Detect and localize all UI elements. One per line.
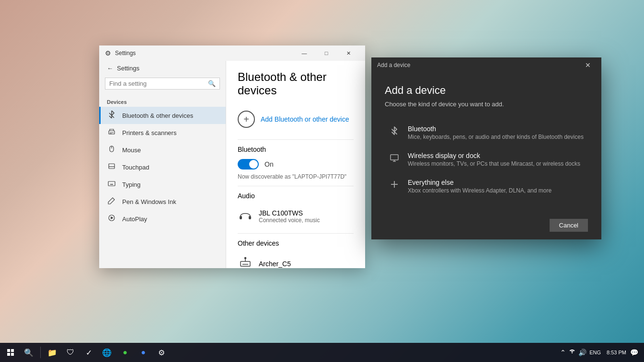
sidebar-item-mouse[interactable]: Mouse xyxy=(99,141,226,158)
taskbar-explorer-icon[interactable]: 📁 xyxy=(44,344,61,361)
sidebar-item-mouse-label: Mouse xyxy=(122,147,141,154)
taskbar-check-icon[interactable]: ✓ xyxy=(80,344,97,361)
sidebar-back-button[interactable]: ← Settings xyxy=(99,61,226,76)
back-arrow-icon: ← xyxy=(107,65,113,72)
maximize-button[interactable]: □ xyxy=(315,45,337,61)
dialog-footer: Cancel xyxy=(371,211,601,239)
minimize-button[interactable]: — xyxy=(293,45,315,61)
close-button[interactable]: ✕ xyxy=(337,45,359,61)
sidebar-item-autoplay-label: AutoPlay xyxy=(122,215,147,223)
sidebar-item-bluetooth[interactable]: Bluetooth & other devices xyxy=(99,107,226,124)
svg-rect-23 xyxy=(7,349,10,352)
page-title: Bluetooth & other devices xyxy=(238,70,354,97)
audio-device-name: JBL C100TWS xyxy=(259,209,354,217)
svg-rect-13 xyxy=(249,216,251,219)
other-devices-heading: Other devices xyxy=(238,239,354,247)
language-indicator: ENG xyxy=(589,350,601,355)
bluetooth-toggle[interactable] xyxy=(238,159,259,170)
settings-sidebar: ← Settings 🔍 Devices Bluetooth & other d… xyxy=(99,61,226,268)
svg-rect-24 xyxy=(11,349,14,352)
divider-1 xyxy=(238,139,354,140)
settings-content: Bluetooth & other devices + Add Bluetoot… xyxy=(226,61,365,268)
add-device-button[interactable]: + Add Bluetooth or other device xyxy=(238,107,354,132)
audio-device-item: JBL C100TWS Connected voice, music xyxy=(238,205,354,227)
sidebar-section-label: Devices xyxy=(99,95,226,107)
dialog-option-everything-info: Everything else Xbox controllers with Wi… xyxy=(408,179,552,194)
taskbar-blue-icon[interactable]: ● xyxy=(135,344,152,361)
network-icon[interactable] xyxy=(569,349,575,357)
discoverable-text: Now discoverable as "LAPTOP-JPI7T77D" xyxy=(238,173,354,180)
dialog-option-wireless-display[interactable]: Wireless display or dock Wireless monito… xyxy=(385,146,588,173)
volume-icon[interactable]: 🔊 xyxy=(578,349,586,356)
sidebar-item-printers-label: Printers & scanners xyxy=(122,129,176,136)
divider-3 xyxy=(238,233,354,234)
bluetooth-option-desc: Mice, keyboards, pens, or audio and othe… xyxy=(408,134,584,140)
dialog-heading: Add a device xyxy=(385,84,588,97)
taskbar-settings-icon[interactable]: ⚙ xyxy=(153,344,170,361)
autoplay-nav-icon xyxy=(107,214,116,224)
sidebar-item-typing-label: Typing xyxy=(122,181,140,188)
search-box[interactable]: 🔍 xyxy=(105,78,220,90)
search-button[interactable]: 🔍 xyxy=(20,344,37,361)
clock-time: 8:53 PM xyxy=(607,350,626,355)
taskbar: 🔍 📁 🛡 ✓ 🌐 ● ● ⚙ ⌃ 🔊 ENG 8:53 PM 💬 xyxy=(0,343,644,362)
audio-device-status: Connected voice, music xyxy=(259,217,354,224)
svg-rect-25 xyxy=(7,353,10,356)
dialog-option-everything-else[interactable]: Everything else Xbox controllers with Wi… xyxy=(385,173,588,200)
touchpad-nav-icon xyxy=(107,162,116,172)
everything-else-title: Everything else xyxy=(408,179,552,186)
pen-nav-icon xyxy=(107,197,116,206)
sidebar-item-printers[interactable]: Printers & scanners xyxy=(99,124,226,141)
settings-icon: ⚙ xyxy=(105,49,111,57)
settings-titlebar: ⚙ Settings — □ ✕ xyxy=(99,45,365,61)
sidebar-item-autoplay[interactable]: AutoPlay xyxy=(99,210,226,227)
dialog-option-wireless-info: Wireless display or dock Wireless monito… xyxy=(408,152,580,167)
wireless-display-title: Wireless display or dock xyxy=(408,152,580,159)
tray-chevron-icon[interactable]: ⌃ xyxy=(560,349,566,356)
sidebar-item-pen-label: Pen & Windows Ink xyxy=(122,198,176,205)
taskbar-shield-icon[interactable]: 🛡 xyxy=(62,344,79,361)
mouse-nav-icon xyxy=(107,145,116,155)
taskbar-green-icon[interactable]: ● xyxy=(116,344,134,361)
other-device-name: Archer_C5 xyxy=(259,260,354,268)
svg-rect-14 xyxy=(241,261,250,266)
start-button[interactable] xyxy=(2,344,19,361)
headphones-icon xyxy=(238,208,253,225)
divider-2 xyxy=(238,186,354,186)
settings-window: ⚙ Settings — □ ✕ ← Settings 🔍 Devices xyxy=(99,45,365,268)
plus-circle-icon: + xyxy=(238,111,255,128)
sidebar-item-typing[interactable]: Typing xyxy=(99,176,226,193)
svg-rect-12 xyxy=(240,216,242,219)
window-controls: — □ ✕ xyxy=(293,45,359,61)
dialog-close-button[interactable]: ✕ xyxy=(580,57,596,73)
taskbar-browser-icon[interactable]: 🌐 xyxy=(98,344,115,361)
dialog-option-bluetooth-info: Bluetooth Mice, keyboards, pens, or audi… xyxy=(408,125,584,140)
sidebar-item-pen[interactable]: Pen & Windows Ink xyxy=(99,193,226,210)
bluetooth-toggle-row: On xyxy=(238,159,354,170)
dialog-option-bluetooth[interactable]: Bluetooth Mice, keyboards, pens, or audi… xyxy=(385,119,588,146)
other-device-item: Archer_C5 xyxy=(238,253,354,268)
notification-icon[interactable]: 💬 xyxy=(628,349,640,356)
sidebar-item-touchpad[interactable]: Touchpad xyxy=(99,158,226,176)
system-clock[interactable]: 8:53 PM xyxy=(607,350,626,355)
typing-nav-icon xyxy=(107,180,116,189)
other-device-info: Archer_C5 xyxy=(259,260,354,268)
settings-window-title: Settings xyxy=(115,50,293,57)
sidebar-item-bluetooth-label: Bluetooth & other devices xyxy=(122,112,193,119)
system-tray: ⌃ 🔊 ENG xyxy=(556,349,605,357)
dialog-subtitle: Choose the kind of device you want to ad… xyxy=(385,101,588,108)
search-input[interactable] xyxy=(109,80,208,87)
bluetooth-toggle-label: On xyxy=(264,160,274,168)
svg-rect-5 xyxy=(108,181,115,186)
svg-rect-26 xyxy=(11,353,14,356)
wireless-display-desc: Wireless monitors, TVs, or PCs that use … xyxy=(408,160,580,167)
search-icon: 🔍 xyxy=(208,80,216,87)
cancel-button[interactable]: Cancel xyxy=(550,219,588,232)
audio-section-heading: Audio xyxy=(238,192,354,200)
monitor-option-icon xyxy=(389,153,400,165)
add-device-dialog: Add a device ✕ Add a device Choose the k… xyxy=(371,57,601,239)
sidebar-back-label: Settings xyxy=(117,65,139,72)
svg-point-16 xyxy=(245,258,246,259)
bluetooth-option-title: Bluetooth xyxy=(408,125,584,133)
dialog-titlebar: Add a device ✕ xyxy=(371,57,601,73)
